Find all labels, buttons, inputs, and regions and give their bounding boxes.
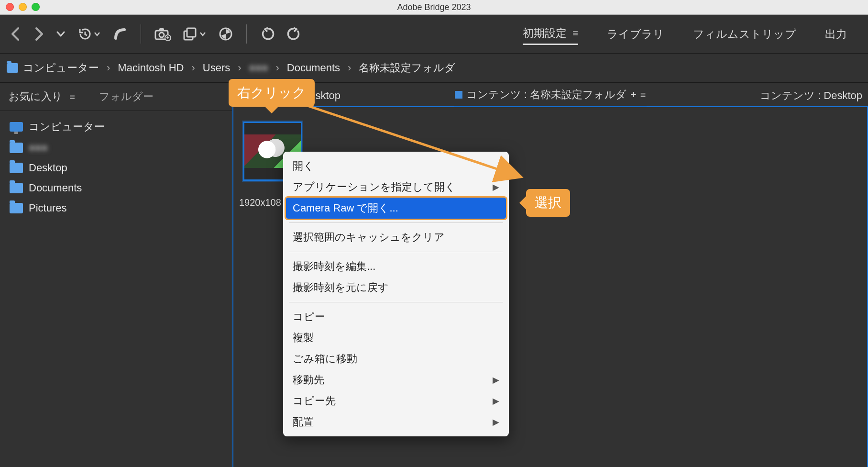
favorites-list: コンピューター ■■■ Desktop Documents Pictures [0, 111, 232, 223]
workspace-label: 初期設定 [523, 26, 567, 41]
rotate-ccw-button[interactable] [256, 24, 278, 44]
favorites-item-documents[interactable]: Documents [5, 178, 227, 198]
content-tab-label: コンテンツ : 名称未設定フォルダ [466, 88, 626, 102]
folder-icon [10, 163, 23, 173]
ctx-item-label: 撮影時刻を編集... [293, 259, 375, 274]
breadcrumb-item[interactable]: Macintosh HD [118, 62, 184, 74]
ctx-item-label: コピー先 [293, 394, 336, 408]
panel-menu-icon[interactable]: ≡ [640, 89, 646, 100]
tab-indicator-icon [455, 91, 462, 99]
workspace-essentials[interactable]: 初期設定 ≡ [523, 23, 578, 45]
favorites-label: Documents [29, 182, 82, 194]
workspace-output[interactable]: 出力 [825, 23, 847, 45]
toolbar: 初期設定 ≡ ライブラリ フィルムストリップ 出力 [0, 15, 868, 54]
content-tab[interactable]: コンテンツ : Desktop [759, 86, 863, 107]
tab-plus-icon[interactable]: + [630, 89, 637, 101]
ctx-item-label: 配置 [293, 415, 314, 429]
ctx-item-label: コピー [293, 310, 325, 324]
nav-forward-button[interactable] [30, 24, 48, 44]
sidebar-tab-folders[interactable]: フォルダー [99, 89, 154, 104]
path-bar: コンピューター › Macintosh HD › Users › ■■■ › D… [0, 54, 868, 83]
ctx-revert-time[interactable]: 撮影時刻を元に戻す [283, 277, 509, 298]
ctx-open-camera-raw[interactable]: Camera Raw で開く... [286, 198, 506, 219]
ctx-item-label: 撮影時刻を元に戻す [293, 280, 389, 295]
svg-rect-2 [159, 28, 164, 31]
titlebar: Adobe Bridge 2023 [0, 0, 868, 15]
ctx-open[interactable]: 開く [283, 156, 509, 177]
toolbar-separator [141, 24, 141, 44]
chevron-right-icon: › [235, 62, 244, 74]
svg-rect-5 [187, 28, 196, 37]
content-tab-active[interactable]: コンテンツ : 名称未設定フォルダ + ≡ [454, 85, 647, 107]
folder-icon [10, 183, 23, 193]
ctx-duplicate[interactable]: 複製 [283, 327, 509, 348]
favorites-label: ■■■ [29, 142, 48, 154]
ctx-trash[interactable]: ごみ箱に移動 [283, 348, 509, 369]
ctx-item-label: 移動先 [293, 373, 324, 387]
favorites-item-home[interactable]: ■■■ [5, 138, 227, 158]
favorites-label: Desktop [29, 162, 67, 174]
folder-icon [10, 143, 23, 153]
nav-back-button[interactable] [7, 24, 25, 44]
sidebar-tab-favorites[interactable]: お気に入り ≡ [9, 89, 75, 104]
workspace-library[interactable]: ライブラリ [607, 23, 664, 45]
zoom-window-button[interactable] [32, 3, 40, 11]
workspace-filmstrip[interactable]: フィルムストリップ [693, 23, 796, 45]
batch-button[interactable] [179, 24, 210, 44]
workspace-menu-icon[interactable]: ≡ [572, 28, 578, 39]
ctx-clear-cache[interactable]: 選択範囲のキャッシュをクリア [283, 227, 509, 248]
workspace-label: 出力 [825, 27, 847, 42]
breadcrumb-item[interactable]: Users [203, 62, 230, 74]
window-controls [6, 3, 40, 11]
nav-dropdown-button[interactable] [53, 28, 69, 40]
thumbnail-dimensions-label: 1920x108 [239, 197, 281, 208]
ctx-place[interactable]: 配置 ▶ [283, 411, 509, 433]
ctx-item-label: ごみ箱に移動 [293, 352, 357, 366]
computer-icon [10, 122, 23, 132]
ctx-copy-to[interactable]: コピー先 ▶ [283, 390, 509, 411]
ctx-separator [289, 252, 503, 252]
favorites-label: Pictures [29, 202, 66, 214]
annotation-select: 選択 [526, 189, 570, 217]
folder-icon [7, 63, 18, 73]
chevron-right-icon: › [104, 62, 113, 74]
chevron-right-icon: › [345, 62, 354, 74]
context-menu: 開く アプリケーションを指定して開く ▶ Camera Raw で開く... 選… [283, 152, 509, 436]
breadcrumb-item[interactable]: Documents [287, 62, 340, 74]
camera-import-button[interactable] [151, 24, 175, 44]
workspace-switcher: 初期設定 ≡ ライブラリ フィルムストリップ 出力 [523, 23, 861, 45]
ctx-item-label: アプリケーションを指定して開く [293, 180, 456, 194]
window-title: Adobe Bridge 2023 [397, 2, 471, 12]
submenu-arrow-icon: ▶ [493, 375, 499, 385]
camera-raw-button[interactable] [215, 24, 237, 44]
recent-button[interactable] [74, 24, 104, 44]
favorites-item-pictures[interactable]: Pictures [5, 198, 227, 218]
close-window-button[interactable] [6, 3, 14, 11]
ctx-item-label: Camera Raw で開く... [293, 201, 398, 215]
rotate-cw-button[interactable] [283, 24, 305, 44]
ctx-move-to[interactable]: 移動先 ▶ [283, 369, 509, 390]
ctx-copy[interactable]: コピー [283, 306, 509, 327]
sidebar: お気に入り ≡ フォルダー コンピューター ■■■ Desktop Docume… [0, 83, 232, 467]
favorites-item-desktop[interactable]: Desktop [5, 158, 227, 178]
breadcrumb-item[interactable]: 名称未設定フォルダ [359, 61, 455, 75]
toolbar-separator [246, 24, 247, 44]
panel-menu-icon[interactable]: ≡ [69, 91, 75, 102]
ctx-item-label: 選択範囲のキャッシュをクリア [293, 230, 445, 245]
submenu-arrow-icon: ▶ [493, 417, 499, 427]
folder-icon [10, 203, 23, 213]
boomerang-icon[interactable] [109, 24, 131, 44]
annotation-right-click: 右クリック [229, 79, 315, 107]
workspace-label: ライブラリ [607, 27, 664, 42]
favorites-item-computer[interactable]: コンピューター [5, 116, 227, 138]
minimize-window-button[interactable] [19, 3, 27, 11]
breadcrumb-root[interactable]: コンピューター [23, 61, 99, 75]
sidebar-tab-label: お気に入り [9, 90, 63, 102]
ctx-open-with[interactable]: アプリケーションを指定して開く ▶ [283, 177, 509, 198]
submenu-arrow-icon: ▶ [493, 396, 499, 406]
ctx-separator [289, 222, 503, 223]
ctx-edit-time[interactable]: 撮影時刻を編集... [283, 256, 509, 277]
svg-point-1 [159, 33, 164, 37]
breadcrumb-item[interactable]: ■■■ [249, 62, 268, 74]
chevron-right-icon: › [188, 62, 198, 74]
